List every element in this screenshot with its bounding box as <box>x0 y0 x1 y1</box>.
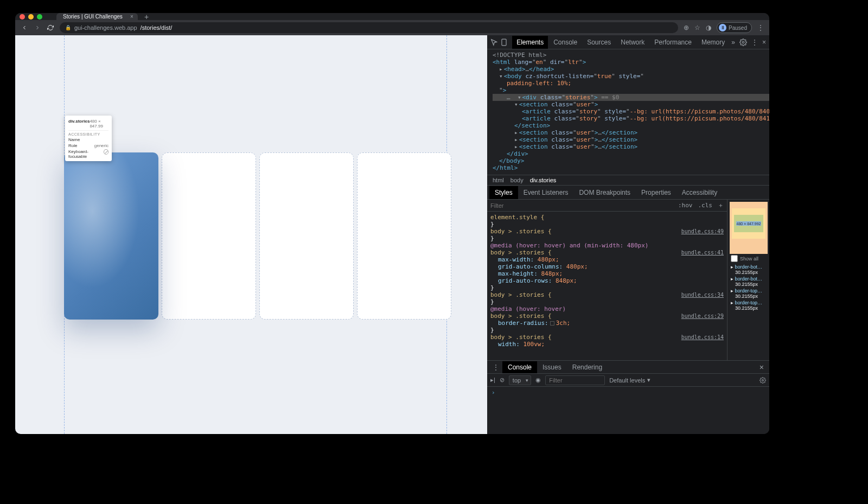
reload-button[interactable] <box>47 24 54 31</box>
lock-icon: 🔒 <box>65 25 71 30</box>
tab-strip: Stories | GUI Challenges × + <box>15 13 769 20</box>
tab-performance[interactable]: Performance <box>650 36 696 49</box>
close-drawer-icon[interactable]: × <box>756 363 767 372</box>
back-button[interactable] <box>21 24 28 31</box>
tooltip-name-label: Name <box>68 137 80 142</box>
device-icon[interactable] <box>500 37 508 48</box>
close-devtools-icon[interactable]: × <box>762 39 766 46</box>
search-icon[interactable]: ⊕ <box>684 24 689 31</box>
new-rule-icon[interactable]: ＋ <box>718 201 724 209</box>
console-drawer: ⋮ Console Issues Rendering × ▸| ⊘ top ◉ … <box>487 360 769 434</box>
tooltip-selector: div.stories <box>68 119 90 129</box>
src-link-34[interactable]: bundle.css:34 <box>681 291 724 298</box>
box-model[interactable]: – – - 480 × 847.992 <box>730 202 768 254</box>
tooltip-role-label: Role <box>68 143 77 148</box>
paused-label: Paused <box>729 25 747 31</box>
clear-console-icon[interactable]: ⊘ <box>500 377 505 384</box>
tooltip-role-value: generic <box>94 143 108 148</box>
body-style: padding-left: 10%; <box>507 80 571 87</box>
styles-tab-props[interactable]: Properties <box>636 186 676 199</box>
svg-rect-0 <box>502 39 506 46</box>
tooltip-focusable-label: Keyboard-focusable <box>68 149 104 159</box>
element-tooltip: div.stories480 × 847.99 ACCESSIBILITY Na… <box>65 116 112 161</box>
profile-chip[interactable]: ⏸ Paused <box>717 22 752 33</box>
traffic-close-icon[interactable] <box>20 14 25 20</box>
log-levels[interactable]: Default levels ▾ <box>609 377 650 384</box>
console-prompt: › <box>492 389 495 396</box>
tab-elements[interactable]: Elements <box>512 36 548 49</box>
hov-toggle[interactable]: :hov <box>678 202 693 209</box>
dom-doctype: <!DOCTYPE html> <box>493 52 769 59</box>
src-link-14[interactable]: bundle.css:14 <box>681 334 724 341</box>
focusable-no-icon <box>104 149 108 155</box>
src-link-41[interactable]: bundle.css:41 <box>681 249 724 256</box>
live-expression-icon[interactable]: ◉ <box>535 377 541 384</box>
inspect-icon[interactable] <box>490 37 498 48</box>
crumb-stories[interactable]: div.stories <box>530 177 557 183</box>
drawer-tab-rendering[interactable]: Rendering <box>567 361 608 373</box>
devtools: Elements Console Sources Network Perform… <box>487 35 769 434</box>
close-tab-icon[interactable]: × <box>130 14 133 20</box>
svg-point-2 <box>742 41 744 43</box>
story-card-2[interactable] <box>162 152 256 320</box>
story-card-3[interactable] <box>259 152 354 320</box>
address-bar[interactable]: 🔒 gui-challenges.web.app/stories/dist/ <box>60 22 678 33</box>
computed-sidebar: – – - 480 × 847.992 Show all ▸ border-bo… <box>727 200 769 360</box>
crumb-body[interactable]: body <box>510 177 524 183</box>
browser-tab[interactable]: Stories | GUI Challenges × <box>56 13 138 20</box>
story-card-1[interactable] <box>64 152 158 320</box>
tab-memory[interactable]: Memory <box>697 36 729 49</box>
stories-grid <box>64 152 451 320</box>
crumb-html[interactable]: html <box>493 177 504 183</box>
box-content: 480 × 847.992 <box>736 221 761 226</box>
browser-toolbar: 🔒 gui-challenges.web.app/stories/dist/ ⊕… <box>15 20 769 35</box>
kebab-icon[interactable]: ⋮ <box>751 39 758 46</box>
devtools-toolbar: Elements Console Sources Network Perform… <box>487 35 769 49</box>
tooltip-section: ACCESSIBILITY <box>68 130 108 136</box>
styles-tabs: Styles Event Listeners DOM Breakpoints P… <box>487 186 769 200</box>
tab-network[interactable]: Network <box>616 36 649 49</box>
avatar-icon: ⏸ <box>719 24 726 31</box>
url-host: gui-challenges.web.app <box>74 24 137 31</box>
new-tab-button[interactable]: + <box>144 13 149 21</box>
styles-tab-dom-bp[interactable]: DOM Breakpoints <box>573 186 636 199</box>
page-viewport[interactable]: div.stories480 × 847.99 ACCESSIBILITY Na… <box>15 35 487 434</box>
context-selector[interactable]: top <box>509 375 531 385</box>
style-rules[interactable]: element.style { } bundle.css:49body > .s… <box>487 212 727 350</box>
drawer-tab-issues[interactable]: Issues <box>537 361 567 373</box>
forward-button[interactable] <box>34 24 41 31</box>
url-path: /stories/dist/ <box>141 24 173 31</box>
cls-toggle[interactable]: .cls <box>698 202 713 209</box>
traffic-minimize-icon[interactable] <box>28 14 34 20</box>
show-all-checkbox[interactable]: Show all <box>731 255 766 262</box>
tab-sources[interactable]: Sources <box>583 36 615 49</box>
traffic-zoom-icon[interactable] <box>37 14 42 20</box>
styles-tab-listeners[interactable]: Event Listeners <box>518 186 574 199</box>
extension-icon[interactable]: ◑ <box>706 24 711 31</box>
console-filter-input[interactable] <box>545 375 605 385</box>
tab-console[interactable]: Console <box>549 36 582 49</box>
tab-title: Stories | GUI Challenges <box>63 14 123 20</box>
styles-filter-input[interactable] <box>490 202 673 209</box>
svg-point-3 <box>762 379 764 381</box>
drawer-menu-icon[interactable]: ⋮ <box>489 363 502 371</box>
styles-tab-a11y[interactable]: Accessibility <box>676 186 723 199</box>
bookmark-icon[interactable]: ☆ <box>694 24 700 31</box>
src-link-49[interactable]: bundle.css:49 <box>681 228 724 235</box>
drawer-tab-console[interactable]: Console <box>502 361 537 373</box>
selected-node[interactable]: … ▾<div class="stories"> == $0 <box>493 94 769 101</box>
settings-icon[interactable] <box>739 39 747 46</box>
story-card-4[interactable] <box>357 152 451 320</box>
console-body[interactable]: › <box>487 387 769 434</box>
console-settings-icon[interactable] <box>760 377 766 384</box>
tooltip-dims: 480 × 847.99 <box>90 119 108 129</box>
styles-tab-styles[interactable]: Styles <box>489 186 518 199</box>
console-sidebar-icon[interactable]: ▸| <box>490 377 495 384</box>
styles-filter-bar: :hov .cls ＋ <box>487 200 727 212</box>
more-tabs-icon[interactable]: » <box>731 39 735 46</box>
breadcrumb[interactable]: html body div.stories <box>487 175 769 186</box>
menu-icon[interactable]: ⋮ <box>757 24 764 31</box>
browser-window: Stories | GUI Challenges × + 🔒 gui-chall… <box>15 13 769 434</box>
src-link-29[interactable]: bundle.css:29 <box>681 312 724 320</box>
elements-tree[interactable]: <!DOCTYPE html> <html lang="en" dir="ltr… <box>487 49 769 175</box>
